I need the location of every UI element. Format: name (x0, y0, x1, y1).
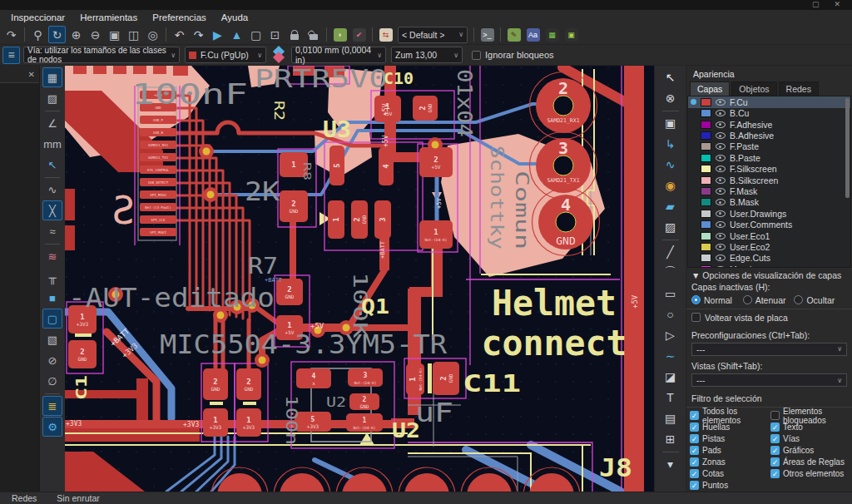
filter-puntos[interactable]: ✓Puntos (690, 480, 770, 491)
ratsnest-lines-icon[interactable]: ╳ (42, 200, 62, 220)
layer-row-f.cu[interactable]: F.Cu (688, 96, 850, 107)
ignore-locks-checkbox[interactable] (472, 51, 481, 60)
restore-window-button[interactable]: ▢ (812, 1, 820, 8)
layer-visibility-eye-icon[interactable] (716, 110, 726, 116)
layer-row-user.eco1[interactable]: User.Eco1 (688, 230, 850, 241)
rotate-ccw-icon[interactable]: ↶ (171, 26, 188, 43)
layer-row-user.comments[interactable]: User.Comments (688, 219, 850, 230)
layer-row-user.eco2[interactable]: User.Eco2 (688, 241, 850, 252)
nets-panel-body[interactable] (0, 82, 39, 492)
layer-row-b.paste[interactable]: B.Paste (688, 152, 850, 163)
cursor-shape-icon[interactable]: ↖ (42, 155, 62, 175)
plugin-array-icon[interactable]: ▦ (543, 26, 561, 43)
layer-row-b.silkscreen[interactable]: B.Silkscreen (688, 175, 850, 185)
filter-pistas[interactable]: ✓Pistas (690, 433, 770, 444)
layer-color-swatch[interactable] (701, 265, 711, 268)
layer-visibility-eye-icon[interactable] (716, 266, 726, 268)
layer-color-swatch[interactable] (701, 210, 711, 218)
rotate-cw-icon[interactable]: ↷ (190, 26, 207, 43)
add-image-icon[interactable]: ◪ (660, 367, 681, 387)
pads-slash-icon[interactable]: ⊘ (42, 350, 62, 370)
layer-color-swatch[interactable] (701, 154, 711, 162)
polar-coords-icon[interactable]: ∠ (42, 113, 62, 133)
filter-gráficos[interactable]: ✓Gráficos (770, 445, 851, 456)
layer-color-swatch[interactable] (701, 121, 711, 129)
layer-color-swatch[interactable] (701, 165, 711, 173)
layer-visibility-eye-icon[interactable] (716, 155, 726, 161)
redo-icon[interactable]: ↷ (2, 26, 20, 43)
merge-polygons-icon[interactable]: ◗ (331, 26, 349, 43)
net-colors-icon[interactable]: ≋ (42, 246, 62, 266)
layer-row-b.adhesive[interactable]: B.Adhesive (688, 130, 850, 141)
pcb-canvas[interactable]: +3V3GNDUSB_PUSB_NSAMD21_RX1SAMD21_TX1SYS… (65, 66, 654, 492)
vias-slash-icon[interactable]: ∅ (42, 371, 62, 391)
layer-visibility-eye-icon[interactable] (716, 254, 726, 261)
zone-outline-icon[interactable]: ▢ (42, 309, 62, 329)
filter-áreas-de-reglas[interactable]: ✓Áreas de Reglas (770, 457, 851, 467)
layer-color-swatch[interactable] (701, 243, 711, 251)
draw-bezier-icon[interactable]: ∼ (660, 346, 681, 366)
zoom-dropdown[interactable]: Zum 13,00∨ (391, 47, 463, 63)
properties-icon[interactable]: ⚙ (42, 417, 62, 437)
add-text-icon[interactable]: T (660, 388, 681, 408)
grid-show-icon[interactable]: ▦ (42, 67, 62, 87)
refresh-icon[interactable]: ↻ (48, 26, 66, 43)
layer-row-edge.cuts[interactable]: Edge.Cuts (688, 253, 850, 264)
layer-color-swatch[interactable] (701, 254, 711, 262)
draw-rect-icon[interactable]: ▭ (660, 284, 681, 304)
presets-dropdown[interactable]: ---∨ (691, 343, 847, 356)
ratsnest-curved-icon[interactable]: ≈ (42, 221, 62, 241)
tune-length-icon[interactable]: ∿ (660, 155, 681, 175)
layer-color-swatch[interactable] (701, 187, 711, 195)
draw-zone-icon[interactable]: ▰ (660, 196, 681, 216)
layer-row-b.cu[interactable]: B.Cu (688, 108, 850, 119)
filter-otros-elementos[interactable]: ✓Otros elementos (770, 468, 851, 479)
layer-color-swatch[interactable] (701, 131, 711, 140)
grid-override-icon[interactable]: ▨ (42, 88, 62, 108)
highlight-net-icon[interactable]: ⊗ (660, 88, 681, 108)
filter-zonas[interactable]: ✓Zonas (690, 457, 770, 467)
layer-color-swatch[interactable] (701, 198, 711, 206)
net-names-icon[interactable]: ╥ (42, 267, 62, 287)
layer-visibility-eye-icon[interactable] (716, 132, 726, 139)
draw-polygon-icon[interactable]: ▷ (660, 325, 681, 345)
layer-color-swatch[interactable] (701, 220, 711, 229)
group-icon[interactable]: ▢ (247, 26, 265, 43)
route-tracks-icon[interactable]: ↳ (660, 134, 681, 154)
layer-visibility-eye-icon[interactable] (716, 199, 726, 205)
menu-ayuda[interactable]: Ayuda (214, 12, 255, 22)
via-size-dropdown[interactable]: Vía: utilizar los tamaños de las clases … (23, 47, 180, 63)
close-left-panel-button[interactable]: ✕ (28, 70, 35, 79)
layer-row-f.paste[interactable]: F.Paste (688, 141, 850, 152)
flip-board-checkbox[interactable] (691, 313, 701, 322)
plugin-text-icon[interactable]: Aa (524, 26, 542, 43)
layer-options-header[interactable]: ▼ Opciones de visualización de capas (686, 268, 852, 282)
swap-layer-pair-icon[interactable] (272, 47, 285, 63)
radio-atenuar[interactable]: Atenuar (743, 295, 795, 305)
scripting-console-icon[interactable]: >_ (478, 26, 496, 43)
layer-color-swatch[interactable] (701, 232, 711, 240)
layer-visibility-eye-icon[interactable] (716, 210, 726, 217)
check-rules-icon[interactable]: ✔ (350, 26, 368, 43)
layer-color-swatch[interactable] (701, 98, 711, 106)
place-via-icon[interactable]: ◉ (660, 175, 681, 195)
filter-todos-los-elementos[interactable]: ✓Todos los elementos (690, 410, 770, 421)
zone-fill-icon[interactable]: ■ (42, 288, 62, 308)
layer-visibility-eye-icon[interactable] (716, 177, 726, 184)
layer-color-swatch[interactable] (701, 109, 711, 117)
draw-circle-icon[interactable]: ○ (660, 304, 681, 324)
zoom-fit-objects-icon[interactable]: ◫ (125, 26, 142, 43)
layer-color-swatch[interactable] (701, 142, 711, 151)
radio-ocultar[interactable]: Ocultar (794, 295, 845, 305)
footprints-slash-icon[interactable]: ▧ (42, 329, 62, 349)
place-footprint-icon[interactable]: ▣ (660, 113, 681, 133)
grid-size-dropdown[interactable]: 0,0100 mm (0,0004 in)∨ (291, 47, 386, 63)
units-mm-icon[interactable]: mm (42, 134, 62, 154)
layer-visibility-eye-icon[interactable] (716, 99, 726, 106)
more-tools-icon[interactable]: ▾ (660, 454, 681, 474)
flip-vertical-icon[interactable]: ▲ (228, 26, 245, 43)
zoom-fit-page-icon[interactable]: ▣ (106, 26, 123, 43)
menu-herramientas[interactable]: Herramientas (72, 12, 145, 22)
tab-capas[interactable]: Capas (690, 82, 730, 96)
filter-elementos-bloqueados[interactable]: Elementos bloqueados (770, 410, 851, 421)
